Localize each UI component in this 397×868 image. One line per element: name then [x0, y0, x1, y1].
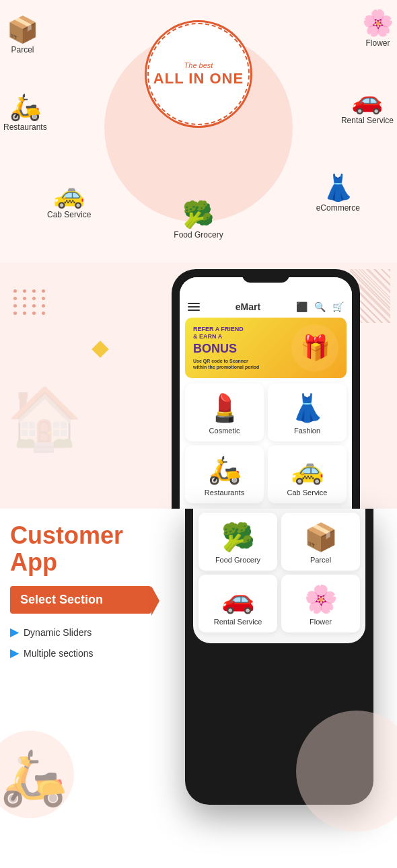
phone-display-area: eMart ⬛ 🔍 🛒 REFER A FRIEND & EARN A BONU… — [141, 262, 397, 509]
logo-tagline: The best — [184, 61, 213, 69]
grocery-icon: 🥦 — [182, 202, 214, 227]
bottom-section: Customer App Select Section ▶ Dynamic Sl… — [0, 509, 397, 805]
flower-cat-icon: 🌸 — [304, 585, 338, 612]
flower-cat-label: Flower — [310, 618, 332, 626]
restaurants-cat-icon: 🛵 — [208, 456, 242, 483]
phone-notch — [242, 269, 289, 283]
phone-screen-bottom: 🥦 Food Grocery 📦 Parcel 🚗 Rental Service — [193, 509, 365, 643]
phone-frame-top: eMart ⬛ 🔍 🛒 REFER A FRIEND & EARN A BONU… — [172, 269, 360, 509]
promo-banner[interactable]: REFER A FRIEND & EARN A BONUS Use QR cod… — [185, 318, 347, 378]
fashion-label: Fashion — [294, 427, 320, 435]
category-restaurants[interactable]: 🛵 Restaurants — [185, 445, 264, 503]
phone-screen-top: eMart ⬛ 🔍 🛒 REFER A FRIEND & EARN A BONU… — [180, 277, 352, 509]
banner-line1: REFER A FRIEND — [193, 326, 259, 334]
logo-title: ALL IN ONE — [153, 71, 244, 87]
fashion-icon: 👗 — [291, 394, 324, 421]
icon-grocery: 🥦 Food Grocery — [174, 202, 223, 240]
icon-rental: 🚗 Rental Service — [341, 87, 394, 125]
category-grocery[interactable]: 🥦 Food Grocery — [199, 513, 277, 571]
grocery-label: Food Grocery — [174, 230, 223, 240]
cab-cat-icon: 🚕 — [291, 456, 324, 483]
house-decoration: 🏠 — [7, 384, 82, 454]
cab-label: Cab Service — [47, 210, 91, 219]
flower-top-label: Flower — [365, 38, 390, 48]
feature-sliders-label: Dynamic Sliders — [24, 627, 92, 638]
customer-app-title: Customer App — [10, 522, 151, 575]
cab-cat-label: Cab Service — [287, 489, 328, 497]
arrow-icon-2: ▶ — [10, 647, 18, 659]
category-parcel[interactable]: 📦 Parcel — [281, 513, 360, 571]
rental-cat-icon: 🚗 — [221, 585, 255, 612]
category-grid-row3: 🚗 Rental Service 🌸 Flower — [193, 575, 365, 637]
feature-multiple-sections: ▶ Multiple sections — [10, 647, 151, 659]
middle-section: 🏠 e — [0, 262, 397, 509]
feature-sections-label: Multiple sections — [24, 648, 94, 659]
hamburger-menu-icon[interactable] — [188, 303, 200, 311]
ecommerce-label: eCommerce — [316, 203, 360, 213]
ecommerce-icon: 👗 — [322, 175, 354, 201]
select-section-banner: Select Section — [10, 586, 151, 614]
icon-flower-top: 🌸 Flower — [362, 10, 394, 48]
category-grid-row2: 🥦 Food Grocery 📦 Parcel — [193, 509, 365, 575]
top-section: The best ALL IN ONE 📦 Parcel 🌸 Flower 🛵 … — [0, 0, 397, 262]
dot-grid-decoration — [13, 289, 47, 315]
phone-mockup: eMart ⬛ 🔍 🛒 REFER A FRIEND & EARN A BONU… — [172, 269, 360, 509]
restaurants-cat-label: Restaurants — [205, 489, 244, 497]
search-icon[interactable]: 🔍 — [314, 301, 326, 312]
parcel-cat-icon: 📦 — [304, 523, 338, 550]
category-rental[interactable]: 🚗 Rental Service — [199, 575, 277, 632]
topbar-icons: ⬛ 🔍 🛒 — [296, 301, 344, 312]
category-flower[interactable]: 🌸 Flower — [281, 575, 360, 632]
restaurants-label: Restaurants — [3, 122, 47, 132]
rental-label: Rental Service — [341, 116, 394, 125]
phone-bottom-area: 🥦 Food Grocery 📦 Parcel 🚗 Rental Service — [161, 509, 397, 805]
feature-list: ▶ Dynamic Sliders ▶ Multiple sections — [10, 626, 151, 659]
icon-cab: 🚕 Cab Service — [47, 182, 91, 219]
banner-line2: & EARN A — [193, 333, 259, 341]
banner-illustration: 🎁 — [291, 324, 338, 371]
icon-parcel: 📦 Parcel — [7, 17, 38, 55]
icon-restaurants: 🛵 Restaurants — [3, 94, 47, 132]
banner-sub: Use QR code to Scannerwithin the promoti… — [193, 358, 259, 370]
diamond-decoration — [92, 340, 108, 357]
cab-icon: 🚕 — [53, 182, 85, 207]
icon-ecommerce: 👗 eCommerce — [316, 175, 360, 213]
restaurants-icon: 🛵 — [9, 94, 41, 120]
cart-icon[interactable]: 🛒 — [332, 301, 344, 312]
rental-icon: 🚗 — [351, 87, 383, 113]
banner-text: REFER A FRIEND & EARN A BONUS Use QR cod… — [193, 326, 259, 371]
parcel-cat-label: Parcel — [310, 556, 331, 564]
parcel-label: Parcel — [11, 45, 34, 55]
logo-container: The best ALL IN ONE — [138, 13, 259, 135]
arrow-icon-1: ▶ — [10, 626, 18, 639]
qr-icon[interactable]: ⬛ — [296, 301, 308, 312]
flower-top-icon: 🌸 — [362, 10, 394, 36]
logo-badge: The best ALL IN ONE — [145, 20, 252, 128]
customer-app-section: Customer App Select Section ▶ Dynamic Sl… — [0, 509, 161, 805]
category-cosmetic[interactable]: 💄 Cosmetic — [185, 384, 264, 441]
cosmetic-label: Cosmetic — [209, 427, 240, 435]
category-fashion[interactable]: 👗 Fashion — [268, 384, 347, 441]
category-cab[interactable]: 🚕 Cab Service — [268, 445, 347, 503]
select-section-label: Select Section — [20, 593, 103, 606]
decorative-left: 🏠 — [0, 262, 141, 509]
cosmetic-icon: 💄 — [208, 394, 242, 421]
grocery-cat-label: Food Grocery — [215, 556, 260, 564]
rental-cat-label: Rental Service — [214, 618, 262, 626]
banner-bonus: BONUS — [193, 341, 259, 357]
phone-topbar: eMart ⬛ 🔍 🛒 — [180, 292, 352, 318]
grocery-cat-icon: 🥦 — [221, 523, 255, 550]
app-name: eMart — [236, 301, 260, 312]
parcel-icon: 📦 — [7, 17, 38, 42]
feature-dynamic-sliders: ▶ Dynamic Sliders — [10, 626, 151, 639]
category-grid: 💄 Cosmetic 👗 Fashion 🛵 Restaurants — [180, 384, 352, 509]
